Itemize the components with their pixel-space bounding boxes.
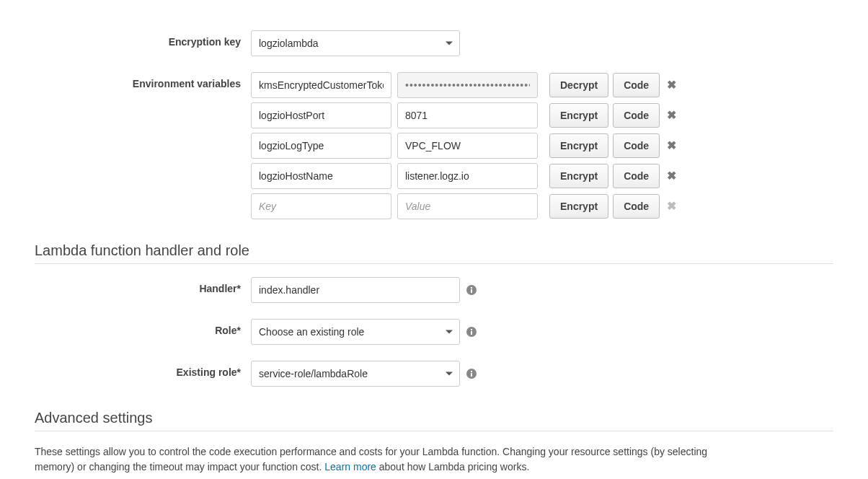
env-var-key-input[interactable]: [251, 163, 391, 189]
env-var-row: EncryptCode✖: [251, 102, 679, 128]
code-button[interactable]: Code: [613, 133, 660, 158]
existing-role-select[interactable]: [251, 361, 460, 387]
remove-icon[interactable]: ✖: [664, 170, 679, 182]
encryption-key-select[interactable]: [251, 30, 460, 56]
env-var-row: DecryptCode✖: [251, 72, 679, 98]
handler-input[interactable]: [251, 277, 460, 303]
encrypt-button[interactable]: Encrypt: [549, 103, 608, 128]
env-var-row-new: EncryptCode✖: [251, 193, 679, 219]
info-icon[interactable]: [466, 326, 477, 338]
role-value[interactable]: [251, 319, 460, 345]
advanced-desc-post: about how Lambda pricing works.: [376, 461, 529, 473]
encryption-key-label: Encryption key: [35, 30, 251, 48]
code-button[interactable]: Code: [613, 194, 660, 219]
remove-icon: ✖: [664, 201, 679, 212]
section-divider: [35, 431, 833, 431]
env-var-key-input[interactable]: [251, 102, 391, 128]
decrypt-button[interactable]: Decrypt: [549, 73, 608, 97]
env-var-value-input[interactable]: [397, 72, 538, 98]
existing-role-value[interactable]: [251, 361, 460, 387]
env-var-row: EncryptCode✖: [251, 133, 679, 159]
env-var-key-input[interactable]: [251, 133, 391, 159]
remove-icon[interactable]: ✖: [664, 140, 679, 151]
env-var-value-input[interactable]: [397, 193, 538, 219]
handler-label: Handler*: [35, 277, 251, 294]
remove-icon[interactable]: ✖: [664, 79, 679, 91]
code-button[interactable]: Code: [613, 164, 660, 188]
advanced-section-title: Advanced settings: [35, 410, 833, 426]
svg-rect-2: [471, 287, 472, 289]
code-button[interactable]: Code: [613, 103, 660, 128]
encrypt-button[interactable]: Encrypt: [549, 194, 608, 219]
existing-role-label: Existing role*: [35, 361, 251, 378]
svg-rect-4: [471, 331, 472, 335]
advanced-description: These settings allow you to control the …: [35, 444, 712, 475]
env-var-value-input[interactable]: [397, 163, 538, 189]
env-var-value-input[interactable]: [397, 133, 538, 159]
encrypt-button[interactable]: Encrypt: [549, 164, 608, 188]
env-vars-label: Environment variables: [35, 72, 251, 89]
svg-rect-5: [471, 329, 472, 330]
role-label: Role*: [35, 319, 251, 336]
role-select[interactable]: [251, 319, 460, 345]
svg-rect-8: [471, 371, 472, 372]
remove-icon[interactable]: ✖: [664, 110, 679, 121]
handler-section-title: Lambda function handler and role: [35, 242, 833, 259]
section-divider: [35, 263, 833, 264]
encryption-key-value[interactable]: [251, 30, 460, 56]
info-icon[interactable]: [466, 368, 477, 379]
encrypt-button[interactable]: Encrypt: [549, 133, 608, 158]
env-var-value-input[interactable]: [397, 102, 538, 128]
info-icon[interactable]: [466, 284, 477, 296]
env-var-key-input[interactable]: [251, 72, 391, 98]
svg-rect-1: [471, 289, 472, 293]
learn-more-link[interactable]: Learn more: [324, 461, 376, 473]
env-var-row: EncryptCode✖: [251, 163, 679, 189]
svg-rect-7: [471, 373, 472, 377]
code-button[interactable]: Code: [613, 73, 660, 97]
env-var-key-input[interactable]: [251, 193, 391, 219]
